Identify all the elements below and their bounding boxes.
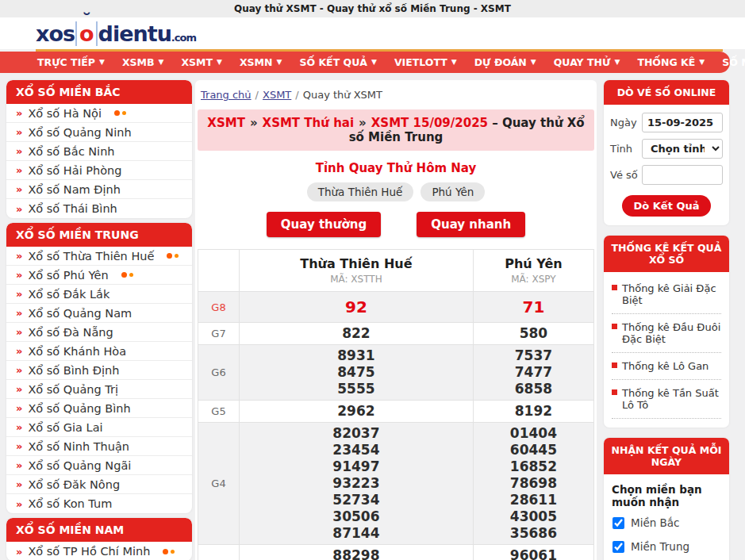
province-select[interactable]: Chọn tỉnh [642, 139, 723, 159]
double-chevron-right-icon: » [16, 402, 22, 414]
prize-number: 52734 [240, 492, 473, 508]
spin-normal-button[interactable]: Quay thường [267, 212, 381, 237]
live-indicator-dot [171, 550, 175, 554]
trial-heading: Tỉnh Quay Thử Hôm Nay [198, 161, 594, 175]
prize-row-g7: G7822580 [198, 323, 594, 345]
sidebar-item-xo-so-quang-tri[interactable]: »Xổ số Quảng Trị [6, 380, 192, 399]
double-chevron-right-icon: » [16, 107, 22, 119]
chevron-down-icon: ▼ [614, 59, 620, 66]
sidebar-item-xo-so-quang-ngai[interactable]: »Xổ số Quảng Ngãi [6, 456, 192, 475]
prize-number: 822 [240, 325, 473, 342]
region-checkbox-mien-trung[interactable] [613, 541, 624, 553]
prize-number: 7477 [474, 364, 593, 381]
sidebar-item-label: Xổ số Quảng Bình [28, 402, 130, 415]
sidebar-item-xo-so-khanh-hoa[interactable]: »Xổ số Khánh Hòa [6, 342, 192, 361]
prize-number: 87144 [240, 525, 473, 542]
banner-link-xsmt-thu-hai[interactable]: XSMT Thứ hai [263, 116, 355, 130]
nav-item-thong-ke[interactable]: THỐNG KÊ▼ [628, 56, 713, 68]
site-logo[interactable]: xos˘odientu.com [36, 21, 196, 46]
prize-number: 580 [474, 325, 593, 342]
chevron-down-icon: ▼ [99, 59, 105, 66]
nav-item-vietlott[interactable]: VIETLOTT▼ [386, 56, 466, 68]
sidebar-item-label: Xổ số Kon Tum [28, 497, 112, 510]
live-indicator-dot [122, 111, 126, 115]
prize-numbers: 822 [240, 323, 474, 345]
nav-item-so-ket-qua[interactable]: SỐ KẾT QUẢ▼ [290, 56, 385, 68]
nav-item-xsmt[interactable]: XSMT▼ [172, 56, 231, 68]
topbar: Quay thử XSMT - Quay thử xổ số Miền Trun… [0, 0, 745, 17]
double-chevron-right-icon: » [16, 421, 22, 433]
sidebar-item-xo-so-dak-lak[interactable]: »Xổ số Đắk Lắk [6, 285, 192, 304]
sidebar-item-xo-so-quang-binh[interactable]: »Xổ số Quảng Bình [6, 399, 192, 418]
sidebar-item-xo-so-binh-dinh[interactable]: »Xổ số Bình Định [6, 361, 192, 380]
stats-link-thong-ke-tan-suat-lo-to[interactable]: Thống kê Tần Suất Lô Tô [612, 380, 721, 419]
sidebar-item-xo-so-quang-ninh[interactable]: »Xổ số Quảng Ninh [6, 123, 192, 142]
live-indicator-dot [163, 549, 168, 554]
prize-row-g8: G89271 [198, 292, 594, 323]
sidebar-item-label: Xổ số Quảng Nam [28, 307, 132, 320]
prize-row-g5: G529628192 [198, 401, 594, 423]
stats-link-label: Thống kê Đầu Đuôi Đặc Biệt [622, 321, 721, 345]
banner-link-xsmt-15-09-2025[interactable]: XSMT 15/09/2025 [371, 116, 488, 130]
spin-fast-button[interactable]: Quay nhanh [417, 212, 525, 237]
sidebar-item-xo-so-bac-ninh[interactable]: »Xổ số Bắc Ninh [6, 142, 192, 161]
nav-item-xsmn[interactable]: XSMN▼ [231, 56, 290, 68]
nav-item-quay-thu[interactable]: QUAY THỬ▼ [545, 56, 629, 68]
prize-number: 43005 [474, 508, 593, 525]
square-bullet-icon [612, 324, 617, 329]
nav-item-so-mo[interactable]: SỐ MƠ [713, 56, 745, 68]
sidebar-item-xo-so-thua-thien-hue[interactable]: »Xổ số Thừa Thiên Huế [6, 247, 192, 266]
sidebar-item-xo-so-thai-binh[interactable]: »Xổ số Thái Bình [6, 199, 192, 218]
stats-link-thong-ke-lo-gan[interactable]: Thống kê Lô Gan [612, 353, 721, 380]
subscribe-title: NHẬN KẾT QUẢ MỖI NGÀY [604, 438, 729, 474]
province-name: Phú Yên [474, 250, 593, 271]
region-checkbox-mien-bac[interactable] [613, 517, 624, 529]
prize-number: 23454 [240, 442, 473, 458]
check-result-button[interactable]: Dò Kết Quả [622, 195, 712, 217]
statistics-panel: THỐNG KÊ KẾT QUẢ XỔ SỐ Thống kê Giải Đặc… [604, 236, 729, 428]
sidebar-item-xo-so-da-nang[interactable]: »Xổ số Đà Nẵng [6, 323, 192, 342]
prize-numbers: 2962 [240, 401, 474, 423]
breadcrumb-separator: / [255, 89, 259, 101]
live-indicator-dot [114, 110, 120, 116]
double-chevron-right-icon: » [16, 183, 22, 195]
double-chevron-right-icon: » [16, 383, 22, 395]
square-bullet-icon [612, 362, 617, 368]
sidebar-section-title: XỔ SỐ MIỀN BẮC [6, 80, 192, 104]
sidebar-item-xo-so-hai-phong[interactable]: »Xổ số Hải Phòng [6, 161, 192, 180]
sidebar-item-xo-so-ha-noi[interactable]: »Xổ số Hà Nội [6, 104, 192, 123]
double-chevron-right-icon: » [16, 364, 22, 376]
banner-link-xsmt[interactable]: XSMT [207, 116, 245, 130]
nav-item-truc-tiep[interactable]: TRỰC TIẾP▼ [29, 56, 113, 68]
sidebar-item-xo-so-phu-yen[interactable]: »Xổ số Phú Yên [6, 266, 192, 285]
sidebar-item-xo-so-quang-nam[interactable]: »Xổ số Quảng Nam [6, 304, 192, 323]
prize-numbers: 71 [473, 292, 593, 323]
sidebar-item-xo-so-ninh-thuan[interactable]: »Xổ số Ninh Thuận [6, 437, 192, 456]
stats-link-thong-ke-dau-duoi-dac-biet[interactable]: Thống kê Đầu Đuôi Đặc Biệt [612, 314, 721, 353]
subscribe-panel: NHẬN KẾT QUẢ MỖI NGÀY Chọn miền bạn muốn… [604, 438, 729, 560]
logo-text-before: xos [36, 21, 75, 46]
nav-item-du-doan[interactable]: DỰ ĐOÁN▼ [466, 56, 545, 68]
breadcrumb-trang-chu[interactable]: Trang chủ [201, 89, 252, 101]
trial-section: Tỉnh Quay Thử Hôm Nay Thừa Thiên HuếPhú … [198, 161, 594, 237]
prize-number: 93223 [240, 475, 473, 492]
date-input[interactable] [642, 113, 723, 132]
ticket-input[interactable] [642, 165, 723, 185]
prize-number: 6858 [474, 381, 593, 397]
prize-number: 96061 [474, 547, 593, 560]
breadcrumb-xsmt[interactable]: XSMT [263, 89, 291, 101]
sidebar-item-xo-so-tp-ho-chi-minh[interactable]: »Xổ số TP Hồ Chí Minh [6, 542, 192, 560]
province-pill-thua-thien-hue: Thừa Thiên Huế [307, 182, 414, 201]
prize-numbers: 9606123383 [473, 545, 593, 560]
sidebar-item-xo-so-dak-nong[interactable]: »Xổ số Đăk Nông [6, 475, 192, 494]
sidebar-item-xo-so-nam-dinh[interactable]: »Xổ số Nam Định [6, 180, 192, 199]
logo-accent-letter: ˘o [75, 21, 98, 46]
prize-number: 91497 [240, 458, 473, 475]
sidebar-item-xo-so-gia-lai[interactable]: »Xổ số Gia Lai [6, 418, 192, 437]
stats-link-thong-ke-giai-dac-biet[interactable]: Thống kê Giải Đặc Biệt [612, 275, 721, 314]
prize-number: 92 [240, 294, 473, 320]
sidebar-item-label: Xổ số Bắc Ninh [28, 145, 114, 158]
sidebar-item-label: Xổ số Nam Định [28, 183, 121, 196]
sidebar-item-xo-so-kon-tum[interactable]: »Xổ số Kon Tum [6, 494, 192, 513]
nav-item-xsmb[interactable]: XSMB▼ [113, 56, 173, 68]
